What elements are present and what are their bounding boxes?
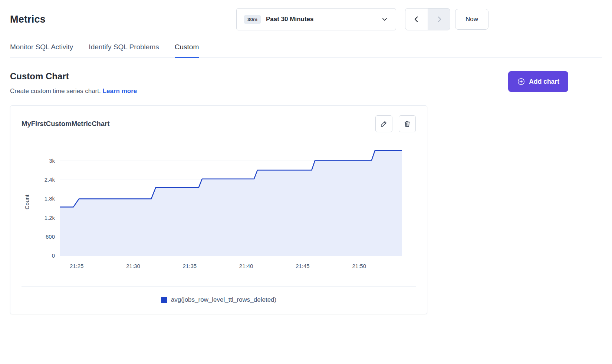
next-window-button[interactable]	[428, 8, 450, 30]
time-controls: 30m Past 30 Minutes Now	[236, 8, 488, 30]
delete-chart-button[interactable]	[399, 115, 416, 132]
trash-icon	[403, 120, 411, 128]
chart-title: MyFirstCustomMetricChart	[22, 120, 109, 128]
plus-circle-icon	[517, 77, 525, 86]
svg-text:600: 600	[46, 234, 55, 240]
time-window-dropdown[interactable]: 30m Past 30 Minutes	[236, 8, 396, 30]
legend-divider	[22, 286, 416, 287]
chevron-down-icon	[381, 16, 388, 23]
chart-legend[interactable]: avg(jobs_row_level_ttl_rows_deleted)	[22, 296, 416, 304]
time-window-badge: 30m	[244, 15, 261, 24]
metrics-page: Metrics 30m Past 30 Minutes	[0, 0, 612, 329]
custom-chart-section-header: Custom Chart Create custom time series c…	[10, 71, 568, 95]
svg-text:21:30: 21:30	[126, 263, 140, 269]
svg-text:21:40: 21:40	[239, 263, 253, 269]
svg-text:2.4k: 2.4k	[45, 176, 55, 183]
svg-text:21:50: 21:50	[352, 263, 366, 269]
time-window-label: Past 30 Minutes	[266, 16, 314, 23]
svg-text:Count: Count	[24, 194, 30, 209]
add-chart-label: Add chart	[529, 78, 559, 86]
svg-text:21:45: 21:45	[296, 263, 310, 269]
previous-window-button[interactable]	[405, 8, 428, 30]
svg-text:21:35: 21:35	[183, 263, 197, 269]
legend-swatch	[161, 297, 167, 303]
legend-label: avg(jobs_row_level_ttl_rows_deleted)	[171, 296, 276, 304]
tab-custom[interactable]: Custom	[175, 43, 199, 58]
learn-more-link[interactable]: Learn more	[103, 87, 137, 95]
svg-text:3k: 3k	[49, 158, 55, 164]
svg-text:21:25: 21:25	[70, 263, 84, 269]
svg-text:1.8k: 1.8k	[45, 195, 55, 202]
chevron-left-icon	[412, 15, 421, 23]
svg-text:0: 0	[52, 252, 55, 259]
page-header: Metrics 30m Past 30 Minutes	[10, 8, 602, 30]
section-subtitle: Create custom time series chart.Learn mo…	[10, 87, 137, 95]
time-nav-group	[405, 8, 450, 30]
tab-identify-sql-problems[interactable]: Identify SQL Problems	[89, 43, 159, 58]
section-subtitle-text: Create custom time series chart.	[10, 87, 101, 95]
chart-plot-area: 06001.2k1.8k2.4k3k21:2521:3021:3521:4021…	[22, 143, 416, 274]
section-title: Custom Chart	[10, 71, 137, 82]
pencil-icon	[380, 120, 388, 128]
tab-monitor-sql-activity[interactable]: Monitor SQL Activity	[10, 43, 73, 58]
now-button[interactable]: Now	[455, 9, 488, 30]
page-title: Metrics	[10, 14, 236, 25]
timeseries-chart[interactable]: 06001.2k1.8k2.4k3k21:2521:3021:3521:4021…	[22, 143, 417, 274]
metrics-tabs: Monitor SQL Activity Identify SQL Proble…	[10, 43, 602, 58]
custom-chart-card: MyFirstCustomMetricChart 06001.2k1.8k2.4…	[10, 105, 427, 314]
chevron-right-icon	[435, 15, 443, 23]
edit-chart-button[interactable]	[375, 115, 392, 132]
add-chart-button[interactable]: Add chart	[508, 71, 568, 92]
svg-text:1.2k: 1.2k	[45, 215, 55, 221]
